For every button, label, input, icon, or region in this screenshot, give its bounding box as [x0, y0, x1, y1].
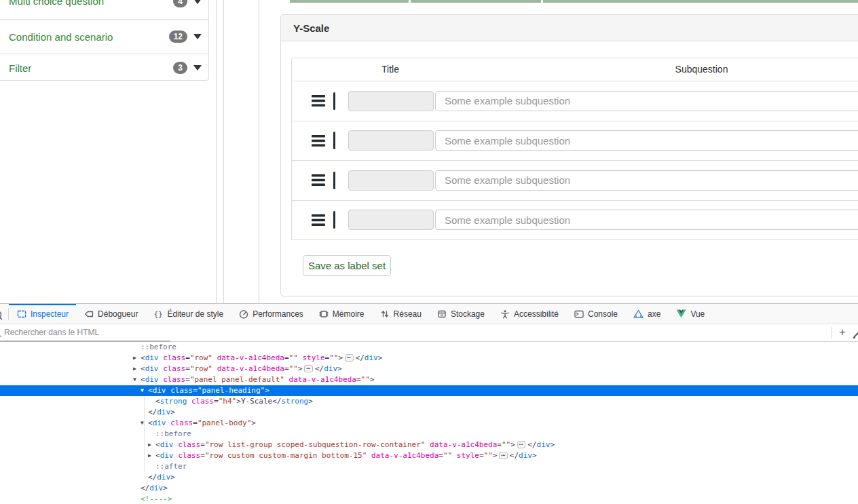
code-token: div	[145, 364, 159, 373]
subquestion-input[interactable]	[435, 170, 858, 191]
markup-line-selected[interactable]: ▼<div class="panel-heading">	[0, 385, 858, 396]
code-token: =	[214, 397, 219, 406]
code-token: style	[302, 353, 324, 362]
devtools-tab-stockage[interactable]: Stockage	[429, 304, 492, 324]
save-as-label-set-button[interactable]: Save as label set	[303, 255, 391, 276]
devtools-tab-vue[interactable]: Vue	[668, 304, 712, 324]
markup-line[interactable]: ▶<div class="row custom custom-margin bo…	[0, 450, 858, 461]
devtools-tab-performances[interactable]: Performances	[231, 304, 311, 324]
devtools-tab-axe[interactable]: axe	[625, 304, 668, 324]
network-icon	[379, 309, 390, 319]
subquestion-input[interactable]	[435, 91, 858, 111]
markup-line[interactable]: ▶<div class="row" data-v-a1c4beda="" sty…	[0, 353, 858, 364]
code-token: <	[155, 451, 160, 460]
devtools-tab-console[interactable]: Console	[566, 304, 625, 324]
code-token: ""	[443, 451, 452, 460]
debugger-icon	[83, 309, 94, 319]
markup-line[interactable]: </div>	[0, 407, 858, 418]
drag-handle-icon[interactable]	[312, 95, 325, 106]
collapse-twisty-icon[interactable]: ▼	[141, 385, 144, 396]
subquestion-input[interactable]	[435, 130, 858, 151]
subquestion-row	[292, 121, 858, 161]
markup-line[interactable]: ::after	[0, 461, 858, 472]
code-token: ::after	[155, 462, 187, 471]
devtools-tab-m-moire[interactable]: Mémoire	[311, 304, 372, 324]
markup-line[interactable]: ▶<div class="row list-group scoped-subqu…	[0, 440, 858, 450]
code-token: >	[532, 451, 537, 460]
collapse-twisty-icon[interactable]: ▼	[141, 418, 144, 429]
search-input[interactable]	[4, 326, 683, 339]
expand-twisty-icon[interactable]: ▶	[148, 450, 151, 461]
code-token: >	[170, 408, 175, 416]
title-input[interactable]	[348, 130, 434, 151]
code-token: Y-Scale	[241, 397, 272, 406]
accordion-item-multi-choice-question[interactable]: Multi choice question4	[0, 0, 208, 19]
code-token: "panel panel-default"	[190, 375, 284, 384]
devtools-tab-d-bogueur[interactable]: Débogueur	[76, 304, 145, 324]
code-token: </	[527, 440, 536, 449]
code-token: >	[308, 397, 313, 406]
markup-line[interactable]: ::before	[0, 342, 858, 353]
drag-handle-icon[interactable]	[312, 214, 325, 226]
accordion-item-label: Filter	[9, 62, 173, 74]
code-token: class	[170, 386, 193, 395]
code-token: div	[324, 364, 337, 373]
storage-icon	[436, 309, 447, 319]
title-input[interactable]	[348, 170, 434, 191]
clipped-table-edge	[290, 0, 858, 3]
drag-handle-icon[interactable]	[312, 174, 325, 186]
markup-view: ::before▶<div class="row" data-v-a1c4bed…	[0, 342, 858, 504]
row-separator-bar	[333, 172, 335, 189]
screen: Multi choice question4Condition and scen…	[0, 0, 858, 504]
expand-twisty-icon[interactable]: ▶	[133, 364, 136, 374]
collapsed-content-icon[interactable]: ⋯	[304, 365, 312, 372]
markup-line[interactable]: ▶<div class="row" data-v-a1c4beda="">⋯</…	[0, 364, 858, 374]
devtools-toolbar: InspecteurDébogueur{}Éditeur de stylePer…	[0, 303, 858, 324]
vue-icon	[675, 309, 687, 319]
markup-line[interactable]: </div>	[0, 483, 858, 494]
code-token: div	[160, 440, 174, 449]
chevron-down-icon	[193, 65, 202, 71]
markup-line[interactable]: ▼<div class="panel-body">	[0, 418, 858, 429]
markup-line[interactable]: <strong class="h4">Y-Scale</strong>	[0, 396, 858, 407]
devtools-tab-diteur-de-style[interactable]: {}Éditeur de style	[145, 304, 231, 324]
accordion-item-condition-and-scenario[interactable]: Condition and scenario12	[0, 19, 208, 54]
collapsed-content-icon[interactable]: ⋯	[517, 441, 525, 448]
code-token: data-v-a1c4beda	[217, 364, 284, 373]
collapse-twisty-icon[interactable]: ▼	[133, 374, 136, 385]
tab-label: Mémoire	[333, 309, 365, 319]
code-token: <	[141, 353, 145, 362]
expand-twisty-icon[interactable]: ▶	[148, 440, 151, 450]
markup-line[interactable]: ▼<div class="panel panel-default" data-v…	[0, 374, 858, 385]
code-token: <	[148, 419, 153, 427]
code-token: div	[153, 386, 166, 395]
code-token	[367, 451, 371, 460]
title-input[interactable]	[348, 210, 434, 230]
subquestion-input[interactable]	[435, 210, 858, 230]
collapsed-content-icon[interactable]: ⋯	[345, 354, 353, 362]
eyedropper-icon[interactable]	[852, 330, 858, 339]
code-token: >	[251, 419, 256, 427]
title-input[interactable]	[348, 91, 434, 111]
code-token: >	[550, 440, 555, 449]
axe-icon	[633, 309, 644, 319]
markup-line[interactable]: ::before	[0, 429, 858, 440]
accordion-item-filter[interactable]: Filter3	[0, 54, 208, 81]
drag-handle-icon[interactable]	[312, 135, 325, 147]
devtools-tab-inspecteur[interactable]: Inspecteur	[9, 304, 76, 324]
collapsed-content-icon[interactable]: ⋯	[499, 452, 507, 459]
devtools-tab-r-seau[interactable]: Réseau	[372, 304, 429, 324]
markup-line[interactable]: <!---->	[0, 494, 858, 504]
style-editor-icon: {}	[153, 309, 164, 319]
code-token: >	[493, 451, 498, 460]
markup-line[interactable]: </div>	[0, 472, 858, 483]
tab-label: Vue	[690, 309, 705, 319]
code-token: <	[141, 364, 145, 373]
devtools-tab-accessibilit[interactable]: Accessibilité	[492, 304, 566, 324]
accessibility-icon	[500, 309, 510, 319]
element-picker-icon[interactable]	[0, 309, 5, 320]
add-node-button[interactable]: +	[836, 325, 849, 340]
code-token: </	[510, 451, 519, 460]
expand-twisty-icon[interactable]: ▶	[133, 353, 136, 364]
column-header-subquestion: Subquestion	[434, 58, 858, 81]
